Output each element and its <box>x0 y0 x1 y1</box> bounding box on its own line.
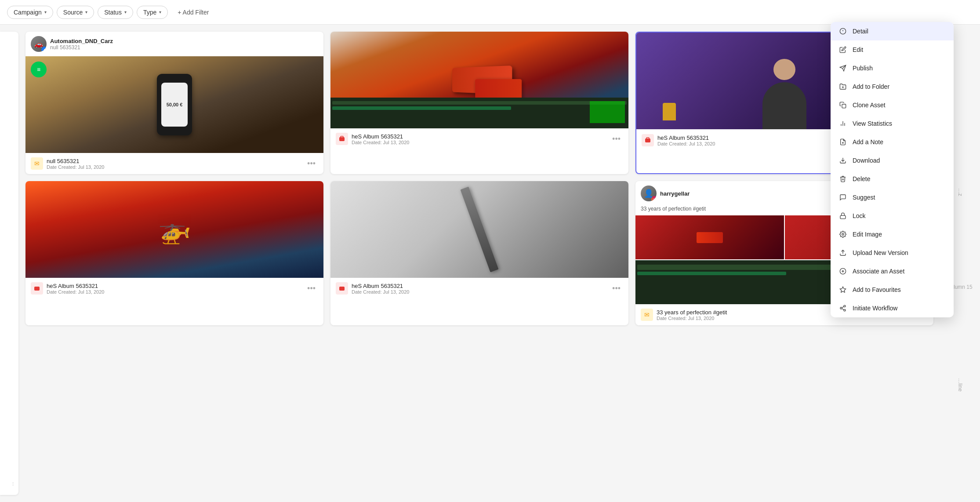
social-name: harrygellar <box>660 190 690 197</box>
note-svg <box>839 138 846 146</box>
stats-icon <box>838 119 847 128</box>
menu-label-edit: Edit <box>853 46 863 53</box>
menu-label-view-statistics: View Statistics <box>853 120 892 127</box>
email-icon-badge: ✉ <box>31 157 43 170</box>
edit-icon <box>838 45 847 54</box>
menu-item-upload-new-version[interactable]: Upload New Version <box>831 244 954 262</box>
menu-item-add-a-note[interactable]: Add a Note <box>831 133 954 151</box>
menu-item-add-to-favourites[interactable]: Add to Favourites <box>831 280 954 299</box>
card-more-button[interactable]: ••• <box>305 158 318 169</box>
download-icon <box>838 156 847 165</box>
suggest-icon <box>838 193 847 202</box>
album-svg-icon <box>644 137 651 144</box>
card-more-button[interactable]: ••• <box>610 134 623 145</box>
partial-card-left: … <box>0 32 18 495</box>
menu-item-delete[interactable]: Delete <box>831 170 954 188</box>
card-footer-left: heS Album 5635321 Date Created: Jul 13, … <box>31 282 104 295</box>
menu-label-edit-image: Edit Image <box>853 231 882 238</box>
album-svg-icon <box>33 285 40 292</box>
svg-rect-8 <box>34 287 40 291</box>
status-filter[interactable]: Status ▾ <box>98 6 133 19</box>
detail-icon <box>838 27 847 36</box>
card-more-button[interactable]: ••• <box>610 283 623 294</box>
card-more-button[interactable]: ••• <box>305 283 318 294</box>
card-sub: null 5635321 <box>50 44 113 51</box>
album-icon-badge <box>336 282 348 295</box>
menu-item-initiate-workflow[interactable]: Initiate Workflow <box>831 299 954 317</box>
menu-item-clone-asset[interactable]: Clone Asset <box>831 96 954 114</box>
campaign-label: Campaign <box>14 9 42 16</box>
folder-icon <box>838 82 847 91</box>
edit-image-icon <box>838 230 847 239</box>
menu-item-associate-an-asset[interactable]: Associate an Asset <box>831 262 954 280</box>
publish-svg <box>839 65 846 72</box>
card-image <box>330 181 628 278</box>
menu-item-add-to-folder[interactable]: Add to Folder <box>831 77 954 96</box>
menu-item-edit[interactable]: Edit <box>831 40 954 59</box>
clone-svg <box>839 102 846 109</box>
card-date: Date Created: Jul 13, 2020 <box>657 141 715 146</box>
album-icon-badge <box>31 282 43 295</box>
menu-label-upload-new-version: Upload New Version <box>853 249 908 256</box>
campaign-filter[interactable]: Campaign ▾ <box>7 6 53 19</box>
card-automation-dnd-carz: 🚗 f Automation_DND_Carz null 5635321 50,… <box>25 32 323 174</box>
right-partial-bottom: …line <box>957 378 963 392</box>
menu-item-download[interactable]: Download <box>831 151 954 170</box>
suggest-svg <box>839 194 846 201</box>
card-hes-album-helicopter: 🚁 heS Album 5635321 Date Created: Jul 13… <box>25 181 323 325</box>
card-image <box>330 32 628 128</box>
upload-svg <box>839 249 846 256</box>
album-svg-icon <box>338 285 345 292</box>
type-filter[interactable]: Type ▾ <box>137 6 168 19</box>
svg-marker-30 <box>840 287 846 292</box>
menu-label-add-a-note: Add a Note <box>853 138 883 146</box>
card-title: heS Album 5635321 <box>352 133 409 140</box>
workflow-icon <box>838 304 847 313</box>
menu-item-suggest[interactable]: Suggest <box>831 188 954 207</box>
menu-item-lock[interactable]: Lock <box>831 207 954 225</box>
svg-rect-17 <box>842 104 846 108</box>
card-footer-left: ✉ 33 years of perfection #getit Date Cre… <box>641 309 727 321</box>
source-filter[interactable]: Source ▾ <box>57 6 94 19</box>
menu-item-view-statistics[interactable]: View Statistics <box>831 114 954 133</box>
menu-label-initiate-workflow: Initiate Workflow <box>853 305 897 312</box>
type-chevron: ▾ <box>159 10 161 15</box>
source-label: Source <box>63 9 83 16</box>
svg-point-33 <box>844 309 846 311</box>
card-footer-left: heS Album 5635321 Date Created: Jul 13, … <box>336 282 409 295</box>
svg-rect-24 <box>840 215 846 218</box>
card-meta: null 5635321 Date Created: Jul 13, 2020 <box>47 158 104 170</box>
card-date: Date Created: Jul 13, 2020 <box>47 289 104 295</box>
edit-svg <box>839 46 846 53</box>
card-footer-left: ✉ null 5635321 Date Created: Jul 13, 202… <box>31 157 104 170</box>
card-meta: heS Album 5635321 Date Created: Jul 13, … <box>47 283 104 295</box>
add-filter-button[interactable]: + Add Filter <box>171 6 215 18</box>
menu-item-edit-image[interactable]: Edit Image <box>831 225 954 244</box>
publish-icon <box>838 64 847 73</box>
album-icon-badge <box>642 134 654 146</box>
star-svg <box>839 286 846 293</box>
card-date: Date Created: Jul 13, 2020 <box>352 140 409 145</box>
menu-label-suggest: Suggest <box>853 194 875 201</box>
svg-line-34 <box>842 309 844 310</box>
menu-item-detail[interactable]: Detail <box>831 22 954 40</box>
type-label: Type <box>143 9 156 16</box>
card-image: 50,00 € ≡ <box>25 56 323 153</box>
svg-point-31 <box>844 305 846 307</box>
edit-image-svg <box>839 231 846 238</box>
card-meta: heS Album 5635321 Date Created: Jul 13, … <box>352 283 409 295</box>
context-menu: Detail Edit Publish Add to Folde <box>831 22 954 317</box>
avatar: 🚗 f <box>31 36 47 52</box>
asset-grid: 🚗 f Automation_DND_Carz null 5635321 50,… <box>18 25 940 502</box>
menu-label-download: Download <box>853 157 880 164</box>
campaign-chevron: ▾ <box>44 10 47 15</box>
card-title: heS Album 5635321 <box>352 283 409 289</box>
associate-icon <box>838 267 847 276</box>
upload-icon <box>838 248 847 257</box>
menu-item-publish[interactable]: Publish <box>831 59 954 77</box>
social-image-1 <box>635 215 784 259</box>
menu-label-add-to-favourites: Add to Favourites <box>853 286 901 293</box>
card-header-info: Automation_DND_Carz null 5635321 <box>50 38 113 51</box>
card-title: null 5635321 <box>47 158 104 164</box>
svg-rect-0 <box>339 137 345 141</box>
